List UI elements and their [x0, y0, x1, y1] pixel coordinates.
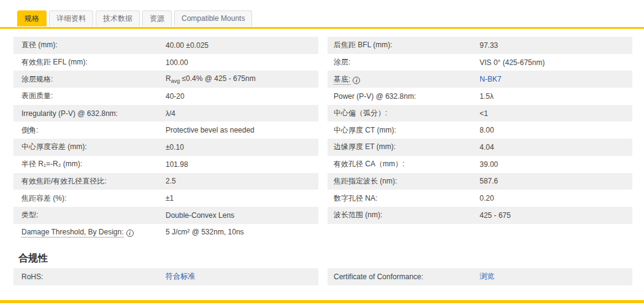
coc-label: Certificate of Conformance:: [328, 272, 480, 281]
spec-label: 涂层:: [328, 57, 480, 68]
spec-label: 中心厚度 CT (mm):: [328, 125, 480, 136]
spec-value: 587.6: [480, 177, 632, 185]
spec-value: ±0.10: [166, 143, 318, 152]
tab-bar: 规格 详细资料 技术数据 资源 Compatible Mounts: [17, 10, 252, 26]
table-row-coating-spec: 涂层规格: Ravg ≤0.4% @ 425 - 675nm: [13, 71, 318, 88]
tab-compatible-mounts[interactable]: Compatible Mounts: [174, 10, 252, 26]
spec-value: 40.00 ±0.025: [166, 41, 318, 50]
rohs-value: 符合标准: [166, 271, 318, 282]
spec-value: 425 - 675: [480, 211, 632, 220]
spec-label: 有效焦距 EFL (mm):: [13, 57, 166, 68]
spec-value: λ/4: [166, 109, 318, 118]
table-row-na: 数字孔径 NA: 0.20: [328, 190, 632, 207]
spec-value: 5 J/cm² @ 532nm, 10ns: [166, 228, 318, 236]
spec-column-left: 直径 (mm): 40.00 ±0.025 有效焦距 EFL (mm): 100…: [13, 37, 318, 241]
table-row-wavelength-range: 波长范围 (nm): 425 - 675: [328, 207, 632, 224]
table-row-ct-tolerance: 中心厚度容差 (mm): ±0.10: [13, 139, 318, 156]
substrate-tooltip-label[interactable]: 基底:: [334, 75, 350, 85]
spec-value: 39.00: [480, 160, 632, 169]
spec-value: VIS 0° (425-675nm): [480, 58, 632, 67]
spec-value: 1.5λ: [480, 92, 632, 101]
spec-label: 边缘厚度 ET (mm):: [328, 142, 480, 152]
spec-label: 有效孔径 CA（mm）:: [328, 159, 480, 169]
table-row-diameter: 直径 (mm): 40.00 ±0.025: [13, 37, 318, 54]
table-row-fl-tolerance: 焦距容差 (%): ±1: [13, 190, 318, 207]
coc-value: 浏览: [480, 271, 632, 282]
rohs-compliant-link[interactable]: 符合标准: [166, 272, 195, 280]
table-row-substrate: 基底:i N-BK7: [328, 71, 632, 88]
spec-label: 数字孔径 NA:: [328, 193, 480, 204]
compliance-coc: Certificate of Conformance: 浏览: [328, 268, 632, 285]
info-icon[interactable]: i: [126, 230, 134, 237]
spec-label: 倒角:: [13, 125, 166, 136]
spec-column-right: 后焦距 BFL (mm): 97.33 涂层: VIS 0° (425-675n…: [328, 37, 632, 241]
rohs-label: RoHS:: [13, 272, 166, 281]
table-row-design-wavelength: 焦距指定波长 (nm): 587.6: [328, 173, 632, 190]
table-row-ct: 中心厚度 CT (mm): 8.00: [328, 122, 632, 139]
spec-value: 97.33: [480, 41, 632, 50]
spec-label: 有效焦距/有效孔径直径比:: [13, 176, 166, 187]
spec-table: 直径 (mm): 40.00 ±0.025 有效焦距 EFL (mm): 100…: [13, 37, 632, 241]
spec-label: 基底:i: [328, 74, 480, 85]
substrate-link[interactable]: N-BK7: [480, 75, 501, 83]
spec-label: 后焦距 BFL (mm):: [328, 40, 480, 50]
table-row-bevel: 倒角: Protective bevel as needed: [13, 122, 318, 139]
table-row-power: Power (P-V) @ 632.8nm: 1.5λ: [328, 88, 632, 105]
spec-label: Power (P-V) @ 632.8nm:: [328, 92, 480, 101]
spec-label: 半径 R₁=-R₂ (mm):: [13, 159, 166, 169]
tab-specifications[interactable]: 规格: [17, 10, 47, 26]
tab-technical-data[interactable]: 技术数据: [96, 10, 140, 26]
table-row-damage-threshold: Damage Threshold, By Design:i 5 J/cm² @ …: [13, 224, 318, 241]
table-row-coating: 涂层: VIS 0° (425-675nm): [328, 54, 632, 71]
spec-value: Double-Convex Lens: [166, 211, 318, 220]
spec-value: ±1: [166, 194, 318, 203]
table-row-et: 边缘厚度 ET (mm): 4.04: [328, 139, 632, 156]
tab-accent-underline: [0, 27, 644, 29]
spec-label: 表面质量:: [13, 91, 166, 101]
spec-value: 2.5: [166, 177, 318, 185]
coc-view-link[interactable]: 浏览: [480, 272, 494, 280]
spec-label: 直径 (mm):: [13, 40, 166, 50]
table-row-bfl: 后焦距 BFL (mm): 97.33: [328, 37, 632, 54]
table-row-type: 类型: Double-Convex Lens: [13, 207, 318, 224]
info-icon[interactable]: i: [353, 77, 360, 84]
damage-threshold-tooltip-label[interactable]: Damage Threshold, By Design:: [21, 228, 124, 237]
spec-value: <1: [480, 109, 632, 118]
spec-label: 焦距指定波长 (nm):: [328, 176, 480, 187]
spec-value: N-BK7: [480, 75, 632, 83]
spec-value: 8.00: [480, 126, 632, 134]
spec-label: 焦距容差 (%):: [13, 193, 166, 204]
spec-label: 类型:: [13, 210, 166, 220]
compliance-row: RoHS: 符合标准 Certificate of Conformance: 浏…: [13, 268, 632, 285]
table-row-radius: 半径 R₁=-R₂ (mm): 101.98: [13, 156, 318, 173]
spec-label: 波长范围 (nm):: [328, 210, 480, 220]
spec-label: 中心厚度容差 (mm):: [13, 142, 166, 152]
table-row-efl-ca-ratio: 有效焦距/有效孔径直径比: 2.5: [13, 173, 318, 190]
spec-label: Damage Threshold, By Design:i: [13, 228, 166, 237]
spec-value: Protective bevel as needed: [166, 126, 318, 134]
spec-label: 涂层规格:: [13, 74, 166, 85]
spec-value: 100.00: [166, 58, 318, 67]
spec-label: Irregularity (P-V) @ 632.8nm:: [13, 109, 166, 118]
table-row-ca: 有效孔径 CA（mm）: 39.00: [328, 156, 632, 173]
spec-value: 40-20: [166, 92, 318, 101]
table-row-efl: 有效焦距 EFL (mm): 100.00: [13, 54, 318, 71]
bottom-accent-bar: [0, 300, 644, 303]
tab-resources[interactable]: 资源: [142, 10, 172, 26]
spec-value: 101.98: [166, 160, 318, 169]
table-row-irregularity: Irregularity (P-V) @ 632.8nm: λ/4: [13, 105, 318, 122]
tab-details[interactable]: 详细资料: [49, 10, 93, 26]
spec-value: 0.20: [480, 194, 632, 203]
spec-label: 中心偏（弧分）:: [328, 108, 480, 118]
table-row-surface-quality: 表面质量: 40-20: [13, 88, 318, 105]
spec-value: Ravg ≤0.4% @ 425 - 675nm: [166, 74, 318, 84]
compliance-rohs: RoHS: 符合标准: [13, 268, 318, 285]
compliance-heading: 合规性: [18, 252, 48, 265]
table-row-centering: 中心偏（弧分）: <1: [328, 105, 632, 122]
spec-value: 4.04: [480, 143, 632, 152]
